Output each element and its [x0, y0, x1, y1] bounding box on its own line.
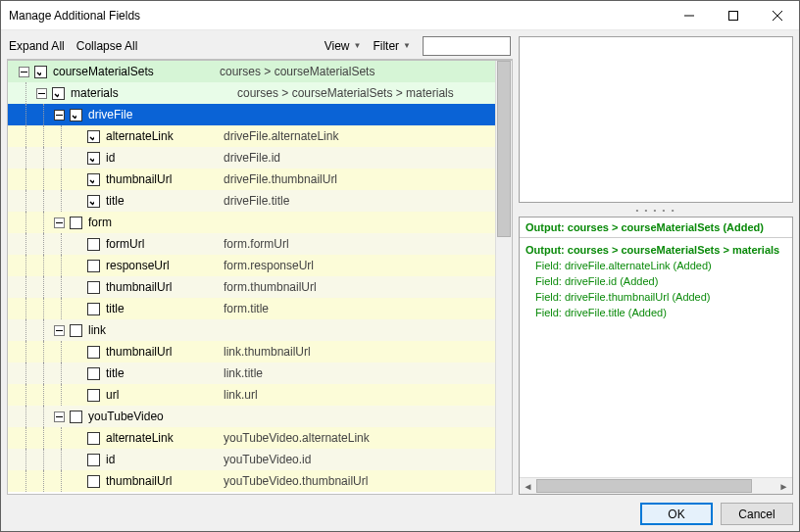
checkbox[interactable]: [87, 130, 100, 143]
field-name: formUrl: [106, 237, 224, 251]
close-icon: [773, 11, 782, 21]
field-path: driveFile.title: [224, 194, 289, 208]
field-name: alternateLink: [106, 431, 224, 445]
tree-row[interactable]: titlelink.title: [8, 363, 495, 384]
expander-icon[interactable]: [53, 411, 66, 423]
checkbox[interactable]: [87, 173, 100, 186]
expander-icon[interactable]: [53, 217, 66, 229]
field-name: alternateLink: [106, 129, 224, 143]
checkbox[interactable]: [87, 195, 100, 208]
checkbox[interactable]: [70, 324, 82, 337]
expander-icon[interactable]: [18, 66, 30, 78]
field-name: title: [106, 302, 224, 315]
vertical-scrollbar[interactable]: [495, 61, 512, 494]
field-path: link.title: [224, 366, 263, 380]
output-field: Field: driveFile.id (Added): [525, 273, 786, 289]
titlebar: Manage Additional Fields: [1, 1, 799, 30]
close-button[interactable]: [755, 1, 799, 29]
scrollbar-thumb[interactable]: [536, 479, 752, 493]
field-path: form.title: [224, 302, 269, 315]
view-label: View: [325, 39, 350, 53]
tree-row[interactable]: titledriveFile.title: [8, 190, 495, 212]
output-body: Output: courses > courseMaterialSets > m…: [520, 238, 792, 477]
tree-container: courseMaterialSetscourses > courseMateri…: [7, 60, 513, 495]
expander-icon[interactable]: [53, 324, 66, 337]
tree-row[interactable]: responseUrlform.responseUrl: [8, 255, 495, 276]
checkbox[interactable]: [70, 411, 82, 423]
expander-icon[interactable]: [53, 109, 66, 121]
field-path: form.thumbnailUrl: [224, 280, 317, 294]
tree-row[interactable]: formUrlform.formUrl: [8, 233, 495, 255]
checkbox[interactable]: [87, 475, 100, 488]
cancel-button[interactable]: Cancel: [721, 503, 793, 525]
checkbox[interactable]: [70, 217, 82, 229]
checkbox[interactable]: [87, 303, 100, 315]
svg-line-3: [773, 11, 782, 21]
field-name: thumbnailUrl: [106, 280, 224, 294]
minimize-icon: [684, 11, 694, 21]
field-name: materials: [71, 86, 237, 100]
columns: Expand All Collapse All View ▼ Filter ▼: [7, 36, 793, 495]
expander-icon[interactable]: [35, 87, 48, 100]
field-name: thumbnailUrl: [106, 172, 224, 186]
checkbox[interactable]: [87, 432, 100, 445]
field-path: youTubeVideo.id: [224, 453, 311, 466]
tree-row[interactable]: form: [8, 212, 495, 233]
collapse-all-button[interactable]: Collapse All: [76, 39, 138, 53]
field-name: driveFile: [88, 108, 206, 121]
expand-all-button[interactable]: Expand All: [9, 39, 65, 53]
tree-row[interactable]: idyouTubeVideo.id: [8, 449, 495, 470]
tree-row[interactable]: iddriveFile.id: [8, 147, 495, 169]
checkbox[interactable]: [52, 87, 65, 100]
output-panel: Output: courses > courseMaterialSets (Ad…: [519, 217, 793, 495]
chevron-down-icon: ▼: [403, 41, 411, 50]
scroll-left-icon[interactable]: ◄: [520, 481, 536, 492]
output-field: Field: driveFile.thumbnailUrl (Added): [525, 289, 786, 305]
tree-row[interactable]: urllink.url: [8, 384, 495, 406]
field-path: youTubeVideo.thumbnailUrl: [224, 474, 368, 488]
tree-row[interactable]: alternateLinkdriveFile.alternateLink: [8, 125, 495, 147]
tree-row[interactable]: youTubeVideo: [8, 406, 495, 427]
tree-row[interactable]: thumbnailUrlyouTubeVideo.thumbnailUrl: [8, 470, 495, 492]
checkbox[interactable]: [87, 454, 100, 466]
maximize-button[interactable]: [711, 1, 755, 29]
checkbox[interactable]: [87, 238, 100, 251]
tree-row[interactable]: materialscourses > courseMaterialSets > …: [8, 82, 495, 104]
filter-input[interactable]: [423, 36, 511, 56]
field-name: url: [106, 388, 224, 402]
field-name: form: [88, 216, 206, 229]
checkbox[interactable]: [87, 367, 100, 380]
minimize-button[interactable]: [667, 1, 711, 29]
splitter-grip[interactable]: • • • • •: [519, 207, 793, 213]
tree-row[interactable]: alternateLinkyouTubeVideo.alternateLink: [8, 427, 495, 449]
checkbox[interactable]: [87, 389, 100, 402]
checkbox[interactable]: [34, 66, 47, 78]
ok-button[interactable]: OK: [640, 503, 713, 525]
tree-row[interactable]: thumbnailUrllink.thumbnailUrl: [8, 341, 495, 363]
tree-row[interactable]: driveFile: [8, 104, 495, 125]
checkbox[interactable]: [87, 346, 100, 359]
checkbox[interactable]: [87, 260, 100, 272]
checkbox[interactable]: [87, 152, 100, 165]
right-column: • • • • • Output: courses > courseMateri…: [519, 36, 793, 495]
horizontal-scrollbar[interactable]: ◄ ►: [520, 477, 792, 494]
field-name: title: [106, 366, 224, 380]
tree-row[interactable]: titleform.title: [8, 298, 495, 319]
field-path: courses > courseMaterialSets > materials: [237, 86, 454, 100]
field-path: courses > courseMaterialSets: [220, 65, 375, 78]
view-dropdown[interactable]: View ▼: [325, 39, 362, 53]
checkbox[interactable]: [70, 109, 82, 121]
checkbox[interactable]: [87, 281, 100, 294]
scroll-right-icon[interactable]: ►: [775, 481, 792, 492]
field-path: driveFile.thumbnailUrl: [224, 172, 337, 186]
field-name: youTubeVideo: [88, 410, 206, 423]
field-path: driveFile.alternateLink: [224, 129, 338, 143]
left-column: Expand All Collapse All View ▼ Filter ▼: [7, 36, 513, 495]
tree-row[interactable]: thumbnailUrlform.thumbnailUrl: [8, 276, 495, 298]
scrollbar-thumb[interactable]: [497, 61, 511, 237]
filter-dropdown[interactable]: Filter ▼: [373, 39, 411, 53]
toolbar: Expand All Collapse All View ▼ Filter ▼: [7, 36, 513, 60]
tree-row[interactable]: link: [8, 319, 495, 341]
tree-row[interactable]: courseMaterialSetscourses > courseMateri…: [8, 61, 495, 82]
tree-row[interactable]: thumbnailUrldriveFile.thumbnailUrl: [8, 169, 495, 190]
